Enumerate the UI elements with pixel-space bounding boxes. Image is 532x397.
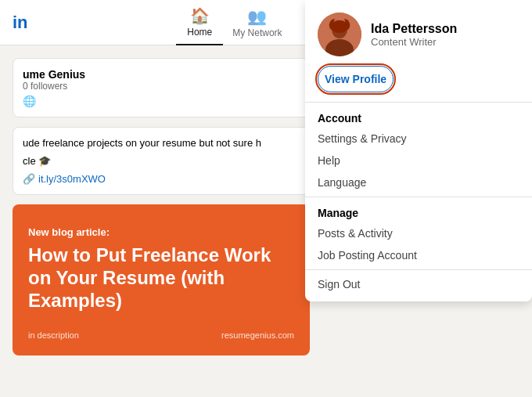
dropdown-item-job-posting[interactable]: Job Posting Account — [305, 244, 532, 266]
blog-footer: in description resumegenius.com — [28, 318, 294, 340]
dropdown-item-language[interactable]: Language — [305, 171, 532, 193]
view-profile-button[interactable]: View Profile — [318, 66, 394, 92]
nav-network-label: My Network — [232, 27, 282, 38]
post-text: ude freelance projects on your resume bu… — [23, 137, 300, 149]
linkedin-logo: in — [13, 13, 28, 33]
dropdown-user-name: Ida Pettersson — [371, 22, 457, 36]
nav-home-label: Home — [187, 27, 212, 38]
nav-item-home[interactable]: 🏠 Home — [176, 0, 223, 45]
company-name: ume Genius — [23, 68, 300, 81]
dropdown-item-posts[interactable]: Posts & Activity — [305, 222, 532, 244]
me-dropdown-menu: Ida Pettersson Content Writer View Profi… — [305, 0, 532, 301]
divider-2 — [305, 197, 532, 197]
left-panel: ume Genius 0 followers 🌐 ude freelance p… — [13, 58, 310, 355]
post-link-text: it.ly/3s0mXWO — [38, 173, 106, 185]
dropdown-user-title: Content Writer — [371, 36, 457, 48]
post-link[interactable]: 🔗 it.ly/3s0mXWO — [23, 173, 300, 185]
post-card: ude freelance projects on your resume bu… — [13, 127, 310, 195]
blog-title: How to Put Freelance Work on Your Resume… — [28, 244, 294, 312]
blog-card: New blog article: How to Put Freelance W… — [13, 204, 310, 355]
manage-section-title: Manage — [305, 200, 532, 222]
network-icon: 👥 — [247, 7, 267, 26]
account-section-title: Account — [305, 106, 532, 128]
link-icon: 🔗 — [23, 173, 35, 185]
blog-website: resumegenius.com — [221, 330, 294, 340]
dropdown-user-info: Ida Pettersson Content Writer — [371, 22, 457, 48]
dropdown-item-help[interactable]: Help — [305, 150, 532, 171]
dropdown-item-settings[interactable]: Settings & Privacy — [305, 128, 532, 150]
divider-1 — [305, 102, 532, 103]
company-profile-card: ume Genius 0 followers 🌐 — [13, 58, 310, 117]
divider-3 — [305, 269, 532, 270]
globe-icon: 🌐 — [23, 95, 300, 107]
dropdown-item-sign-out[interactable]: Sign Out — [305, 273, 532, 295]
dropdown-user-section: Ida Pettersson Content Writer — [305, 0, 532, 66]
blog-bottom-text: in description — [28, 330, 79, 340]
followers-count: 0 followers — [23, 81, 300, 92]
blog-subtitle: New blog article: — [28, 226, 294, 238]
dropdown-avatar — [318, 13, 361, 56]
nav-item-network[interactable]: 👥 My Network — [223, 0, 291, 45]
home-icon: 🏠 — [190, 6, 210, 25]
post-subtext: cle 🎓 — [23, 155, 300, 167]
